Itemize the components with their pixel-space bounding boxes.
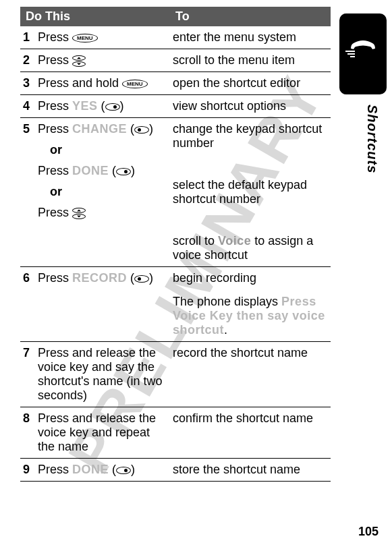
row-number: 1: [20, 26, 35, 49]
to-cell: change the keypad shortcut number x sele…: [170, 118, 331, 267]
do-cell: Press YES (): [35, 95, 170, 118]
paren-close: ): [149, 271, 153, 285]
do-cell: Press DONE (): [35, 459, 170, 482]
table-row: 9 Press DONE () store the shortcut name: [20, 459, 331, 482]
page-content: Do This To 1 Press MENU enter the menu s…: [0, 0, 392, 482]
do-text: Press: [38, 99, 72, 113]
instruction-table: Do This To 1 Press MENU enter the menu s…: [20, 7, 331, 482]
do-text: Press: [38, 122, 72, 136]
to-cell: confirm the shortcut name: [170, 407, 331, 459]
to-cell: begin recording The phone displays Press…: [170, 267, 331, 342]
to-cell: view shortcut options: [170, 95, 331, 118]
or-text: or: [50, 143, 167, 157]
page-number: 105: [358, 525, 379, 539]
right-softkey-icon: [116, 168, 131, 175]
paren-close: ): [149, 122, 153, 136]
do-cell: Press: [35, 49, 170, 72]
voice-label: Voice: [218, 234, 251, 248]
do-text: Press: [38, 164, 72, 177]
to-text: scroll to: [173, 234, 218, 248]
paren-open: (: [109, 463, 116, 476]
left-softkey-icon: [134, 275, 149, 283]
paren-close: ): [131, 164, 135, 177]
row-number: 2: [20, 49, 35, 72]
paren-close: ): [131, 463, 135, 476]
table-row: 7 Press and release the voice key and sa…: [20, 342, 331, 407]
row-number: 9: [20, 459, 35, 482]
to-text: change the keypad shortcut number: [173, 122, 328, 150]
to-text: .: [224, 323, 227, 337]
table-row: 5 Press CHANGE () or Press DONE () or Pr…: [20, 118, 331, 267]
do-text: Press: [38, 53, 72, 67]
to-cell: open the shortcut editor: [170, 72, 331, 95]
table-row: 3 Press and hold MENU open the shortcut …: [20, 72, 331, 95]
row-number: 5: [20, 118, 35, 267]
do-text: Press: [38, 271, 72, 285]
table-row: 6 Press RECORD () begin recording The ph…: [20, 267, 331, 342]
to-text: begin recording: [173, 271, 328, 285]
to-cell: store the shortcut name: [170, 459, 331, 482]
table-row: 4 Press YES () view shortcut options: [20, 95, 331, 118]
paren-open: (: [127, 122, 134, 136]
row-number: 4: [20, 95, 35, 118]
to-text: The phone displays: [173, 295, 281, 308]
record-label: RECORD: [72, 271, 127, 285]
menu-key-icon: MENU: [122, 80, 148, 88]
do-cell: Press RECORD (): [35, 267, 170, 342]
do-cell: Press and hold MENU: [35, 72, 170, 95]
to-cell: enter the menu system: [170, 26, 331, 49]
header-to: To: [170, 7, 331, 26]
do-cell: Press MENU: [35, 26, 170, 49]
paren-open: (: [98, 99, 105, 113]
done-label: DONE: [72, 463, 109, 476]
paren-open: (: [109, 164, 116, 177]
left-softkey-icon: [134, 126, 149, 134]
row-number: 7: [20, 342, 35, 407]
to-cell: scroll to the menu item: [170, 49, 331, 72]
table-row: 2 Press scroll to the menu item: [20, 49, 331, 72]
paren-open: (: [127, 271, 134, 285]
do-text: Press: [38, 206, 72, 219]
scroll-key-icon: [72, 55, 86, 67]
row-number: 8: [20, 407, 35, 459]
table-row: 1 Press MENU enter the menu system: [20, 26, 331, 49]
do-cell: Press CHANGE () or Press DONE () or Pres…: [35, 118, 170, 267]
to-cell: record the shortcut name: [170, 342, 331, 407]
menu-key-icon: MENU: [72, 34, 98, 42]
row-number: 6: [20, 267, 35, 342]
row-number: 3: [20, 72, 35, 95]
yes-label: YES: [72, 99, 98, 113]
done-label: DONE: [72, 164, 109, 177]
or-text: or: [50, 185, 167, 199]
table-row: 8 Press and release the voice key and re…: [20, 407, 331, 459]
scroll-key-icon: [72, 208, 86, 219]
do-text: Press and hold: [38, 76, 122, 90]
do-text: Press: [38, 463, 72, 476]
to-text: select the default keypad shortcut numbe…: [173, 178, 328, 206]
change-label: CHANGE: [72, 122, 127, 136]
do-text: Press: [38, 30, 72, 44]
header-do: Do This: [20, 7, 170, 26]
right-softkey-icon: [116, 467, 131, 474]
paren-close: ): [120, 99, 124, 113]
do-cell: Press and release the voice key and repe…: [35, 407, 170, 459]
right-softkey-icon: [105, 103, 120, 111]
do-cell: Press and release the voice key and say …: [35, 342, 170, 407]
